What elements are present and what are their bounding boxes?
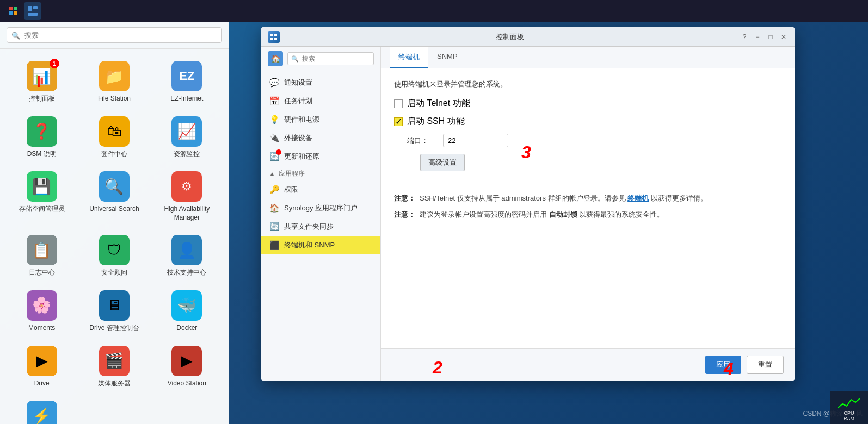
app-label-moments: Moments: [28, 324, 55, 333]
sidebar-item-shared-sync[interactable]: 🔄 共享文件夹同步: [261, 217, 380, 236]
app-icon-moments: 🌸: [27, 290, 57, 321]
sidebar-item-hardware-power[interactable]: 💡 硬件和电源: [261, 110, 380, 129]
app-item-universal-search[interactable]: 🔍 Universal Search: [78, 165, 150, 228]
synology-apps-icon: 🏠: [269, 203, 280, 214]
svg-rect-5: [33, 6, 38, 9]
control-panel-window: 控制面板 ? − □ ✕ 🏠 🔍: [261, 27, 795, 381]
app-icon-drive-ctrl: 🖥: [99, 290, 130, 321]
sidebar-item-synology-apps[interactable]: 🏠 Synology 应用程序门户: [261, 199, 380, 217]
sidebar-item-label: 硬件和电源: [284, 115, 319, 124]
app-icon-docker: 🐳: [171, 290, 202, 321]
ssh-checkbox[interactable]: ✓: [394, 117, 403, 126]
sidebar-item-task-scheduler[interactable]: 📅 任务计划: [261, 92, 380, 110]
window-title: 控制面板: [280, 32, 740, 42]
app-search-input[interactable]: [7, 27, 222, 43]
titlebar-icon: [268, 31, 280, 43]
app-label-package-center: 套件中心: [101, 150, 127, 159]
terminal-link[interactable]: 终端机: [627, 194, 649, 202]
app-label-dsm-help: DSM 说明: [27, 150, 57, 159]
auto-block-link[interactable]: 自动封锁: [549, 210, 577, 219]
window-maximize-button[interactable]: □: [766, 33, 775, 41]
svg-rect-4: [28, 6, 32, 11]
note-2-row: 注意： 建议为登录帐户设置高强度的密码并启用 自动封锁 以获得最强的系统安全性。: [394, 209, 781, 220]
ram-label: RAM: [844, 416, 854, 421]
app-item-package-center[interactable]: 🛍 套件中心: [78, 110, 150, 165]
svg-rect-1: [14, 7, 17, 10]
app-icon-security-advisor: 🛡: [99, 235, 130, 265]
app-icon-log-center: 📋: [27, 235, 57, 265]
cp-sidebar: 🏠 🔍 💬 通知设置 📅 任务计划: [261, 47, 381, 381]
app-item-ez-internet[interactable]: EZ EZ-Internet: [151, 54, 223, 110]
sidebar-item-label: Synology 应用程序门户: [284, 203, 358, 213]
app-item-video-station[interactable]: ▶ Video Station: [151, 339, 223, 395]
app-item-drive[interactable]: ▶ Drive: [5, 339, 78, 395]
app-item-media-server[interactable]: 🎬 媒体服务器: [78, 339, 150, 395]
port-input[interactable]: [443, 134, 508, 147]
cp-search-input[interactable]: [287, 52, 374, 65]
app-item-ha-manager[interactable]: ⚙ High Availability Manager: [151, 165, 223, 228]
app-grid: 📊 1 控制面板 📁 File Station EZ EZ-Internet: [0, 49, 229, 424]
sidebar-item-terminal-snmp[interactable]: ⬛ 终端机和 SNMP: [261, 236, 380, 254]
svg-rect-8: [274, 34, 277, 36]
sidebar-item-notification[interactable]: 💬 通知设置: [261, 73, 380, 92]
app-label-video-station: Video Station: [168, 379, 206, 388]
cp-main: 终端机 SNMP 使用终端机来登录并管理您的系统。 启动 Telnet 功能: [381, 47, 795, 381]
app-label-resource-monitor: 资源监控: [174, 150, 200, 159]
home-button[interactable]: 🏠: [268, 51, 283, 66]
tab-terminal[interactable]: 终端机: [390, 47, 428, 68]
app-label-drive: Drive: [34, 379, 50, 388]
app-icon-control-panel: 📊 1: [27, 61, 57, 91]
app-item-log-center[interactable]: 📋 日志中心: [5, 228, 78, 284]
telnet-label: 启动 Telnet 功能: [407, 98, 470, 109]
hardware-power-icon: 💡: [269, 114, 280, 125]
update-restore-icon: 🔄: [269, 151, 280, 162]
app-item-moments[interactable]: 🌸 Moments: [5, 284, 78, 339]
sidebar-item-external-devices[interactable]: 🔌 外接设备: [261, 129, 380, 147]
note-2-text: 建议为登录帐户设置高强度的密码并启用 自动封锁 以获得最强的系统安全性。: [420, 209, 664, 220]
cp-sidebar-list: 💬 通知设置 📅 任务计划 💡 硬件和电源 🔌 外接设备: [261, 71, 380, 381]
port-row: 端口：: [407, 134, 781, 147]
sidebar-item-label: 外接设备: [284, 133, 312, 143]
app-label-storage-manager: 存储空间管理员: [19, 205, 65, 214]
apps-section-header[interactable]: ▲ 应用程序: [261, 166, 380, 180]
app-item-tech-support[interactable]: 👤 技术支持中心: [151, 228, 223, 284]
app-item-storage-manager[interactable]: 💾 存储空间管理员: [5, 165, 78, 228]
window-minimize-button[interactable]: −: [753, 33, 762, 41]
chevron-icon: ▲: [269, 170, 275, 178]
app-item-docker[interactable]: 🐳 Docker: [151, 284, 223, 339]
app-item-control-panel[interactable]: 📊 1 控制面板: [5, 54, 78, 110]
task-scheduler-icon: 📅: [269, 96, 280, 107]
app-item-file-station[interactable]: 📁 File Station: [78, 54, 150, 110]
cp-search-icon: 🔍: [291, 55, 299, 63]
app-icon-thunder: ⚡: [27, 401, 57, 424]
app-item-thunder[interactable]: ⚡ 迅雷: [5, 394, 78, 424]
app-label-universal-search: Universal Search: [89, 205, 139, 214]
window-help-button[interactable]: ?: [740, 33, 749, 41]
reset-button[interactable]: 重置: [747, 356, 784, 374]
sidebar-item-label: 更新和还原: [284, 152, 319, 161]
cp-description: 使用终端机来登录并管理您的系统。: [394, 79, 781, 89]
app-item-resource-monitor[interactable]: 📈 资源监控: [151, 110, 223, 165]
telnet-checkbox[interactable]: [394, 99, 403, 108]
app-item-dsm-help[interactable]: ❓ DSM 说明: [5, 110, 78, 165]
window-titlebar: 控制面板 ? − □ ✕: [261, 27, 795, 47]
apply-button[interactable]: 应用: [705, 356, 741, 374]
tab-snmp[interactable]: SNMP: [428, 47, 466, 68]
external-devices-icon: 🔌: [269, 133, 280, 144]
desktop: 🔍 📊 1 控制面板 📁 File Station E: [0, 22, 868, 424]
svg-rect-10: [274, 38, 277, 40]
advanced-settings-button[interactable]: 高级设置: [420, 154, 465, 171]
cp-tabs: 终端机 SNMP: [381, 47, 795, 68]
sidebar-item-permissions[interactable]: 🔑 权限: [261, 180, 380, 199]
sidebar-item-label: 权限: [284, 185, 298, 195]
app-item-drive-ctrl[interactable]: 🖥 Drive 管理控制台: [78, 284, 150, 339]
sidebar-item-label: 任务计划: [284, 96, 312, 106]
sidebar-item-update-restore[interactable]: 🔄 更新和还原: [261, 147, 380, 166]
note-1-text: SSH/Telnet 仅支持从属于 administrators 群组的帐户登录…: [420, 193, 707, 204]
taskbar-app-icon[interactable]: [24, 2, 41, 20]
cp-content: 使用终端机来登录并管理您的系统。 启动 Telnet 功能 ✓ 启动 SSH 功…: [381, 68, 795, 348]
control-panel-badge: 1: [50, 59, 59, 68]
window-close-button[interactable]: ✕: [779, 33, 788, 41]
taskbar-grid-icon[interactable]: [4, 2, 22, 20]
app-item-security-advisor[interactable]: 🛡 安全顾问: [78, 228, 150, 284]
